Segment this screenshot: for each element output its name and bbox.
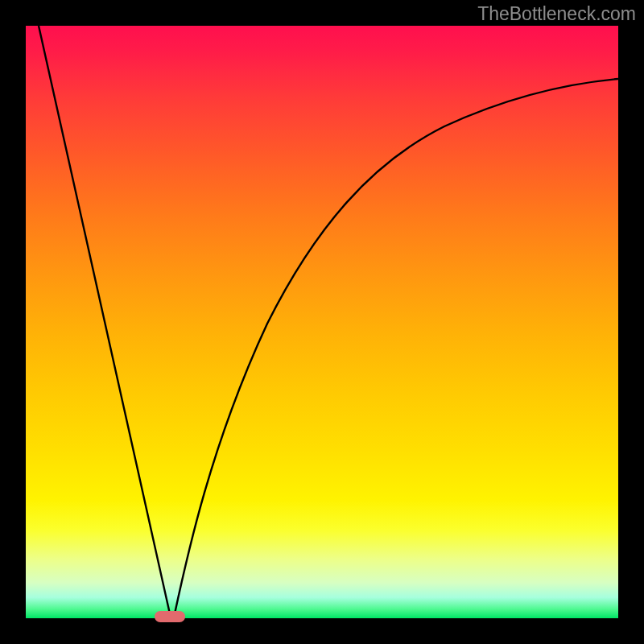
watermark-text: TheBottleneck.com (477, 3, 636, 25)
bottleneck-marker (155, 611, 185, 622)
chart-frame: TheBottleneck.com (0, 0, 644, 644)
plot-area (26, 26, 618, 618)
